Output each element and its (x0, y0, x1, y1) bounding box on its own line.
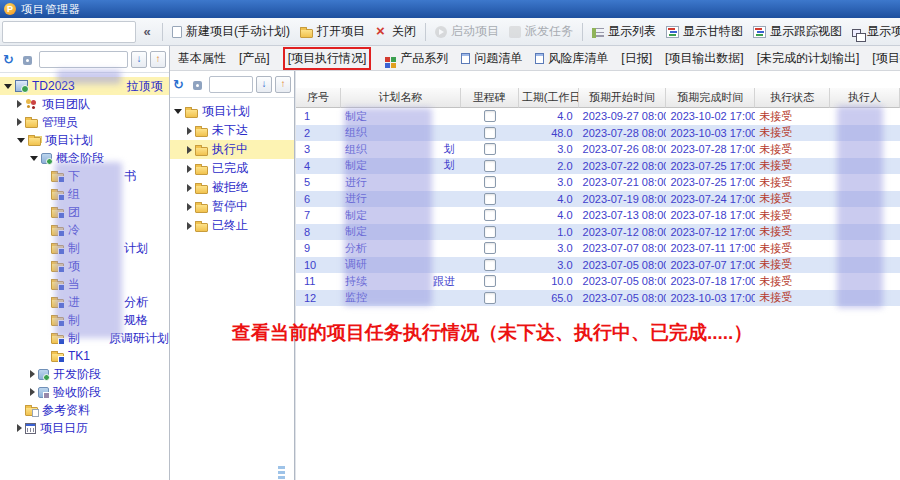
find-next-button[interactable]: ↓ (256, 76, 272, 93)
collapse-arrow-icon[interactable] (30, 156, 38, 161)
tab-6[interactable]: [日报] (621, 50, 652, 67)
table-row-4[interactable]: 4制定划2.02023-07-22 08:002023-07-25 17:00未… (296, 158, 900, 175)
collapse-button[interactable]: « (136, 24, 158, 39)
tree-item-7[interactable]: 团 (0, 203, 169, 221)
expand-arrow-icon[interactable] (17, 424, 22, 432)
settings-icon[interactable] (23, 56, 32, 65)
tree-item-14[interactable]: 制原调研计划 (0, 329, 169, 347)
column-header-start[interactable]: 预期开始时间 (579, 88, 667, 108)
dispatch-task-button[interactable]: 派发任务 (504, 21, 578, 42)
expand-arrow-icon[interactable] (17, 118, 22, 126)
table-row-3[interactable]: 3组织划3.02023-07-26 08:002023-07-28 17:00未… (296, 141, 900, 158)
milestone-checkbox[interactable] (484, 209, 496, 221)
milestone-checkbox[interactable] (484, 110, 496, 122)
milestone-checkbox[interactable] (484, 226, 496, 238)
column-header-num[interactable]: 序号 (296, 88, 341, 108)
tab-9[interactable]: [项目执行情况统计] (872, 50, 900, 67)
show-data-button[interactable]: 显示项目数据 (847, 21, 900, 42)
tree-item-3[interactable]: 项目计划 (0, 131, 169, 149)
tab-3[interactable]: 产品系列 (384, 50, 448, 67)
milestone-checkbox[interactable] (484, 242, 496, 254)
find-next-button[interactable]: ↓ (131, 51, 147, 68)
refresh-icon[interactable] (173, 78, 186, 91)
tree-item-0[interactable]: 项目计划 (170, 102, 294, 121)
tree-item-16[interactable]: 开发阶段 (0, 365, 169, 383)
tab-5[interactable]: 风险库清单 (535, 50, 608, 67)
tree-item-9[interactable]: 制计划 (0, 239, 169, 257)
milestone-checkbox[interactable] (484, 275, 496, 287)
tab-7[interactable]: [项目输出数据] (665, 50, 744, 67)
show-gantt-button[interactable]: 显示甘特图 (661, 21, 748, 42)
collapse-arrow-icon[interactable] (17, 138, 25, 143)
scrollbar-fragment[interactable] (278, 466, 285, 480)
milestone-checkbox[interactable] (484, 193, 496, 205)
expand-arrow-icon[interactable] (187, 127, 192, 135)
expand-arrow-icon[interactable] (187, 146, 192, 154)
collapse-arrow-icon[interactable] (174, 109, 182, 114)
tree-item-6[interactable]: 已终止 (170, 216, 294, 235)
tree-item-5[interactable]: 暂停中 (170, 197, 294, 216)
table-row-11[interactable]: 11持续跟进10.02023-07-05 08:002023-07-18 17:… (296, 273, 900, 290)
table-row-7[interactable]: 7制定4.02023-07-13 08:002023-07-18 17:00未接… (296, 207, 900, 224)
tree-item-6[interactable]: 组 (0, 185, 169, 203)
start-project-button[interactable]: 启动项目 (430, 21, 504, 42)
tree-item-11[interactable]: 当 (0, 275, 169, 293)
tree-item-17[interactable]: 验收阶段 (0, 383, 169, 401)
milestone-checkbox[interactable] (484, 143, 496, 155)
expand-arrow-icon[interactable] (187, 203, 192, 211)
find-prev-button[interactable]: ↑ (150, 51, 166, 68)
settings-icon[interactable] (193, 81, 202, 90)
tree-item-12[interactable]: 进分析 (0, 293, 169, 311)
tree-item-2[interactable]: 执行中 (170, 140, 294, 159)
tree-item-5[interactable]: 下书 (0, 167, 169, 185)
expand-arrow-icon[interactable] (30, 370, 35, 378)
tree-item-10[interactable]: 项 (0, 257, 169, 275)
tab-8[interactable]: [未完成的计划输出] (757, 50, 860, 67)
tab-1[interactable]: [产品] (239, 50, 270, 67)
tree-item-0[interactable]: TD2023拉顶项 (0, 77, 169, 95)
tree-item-1[interactable]: 未下达 (170, 121, 294, 140)
table-row-6[interactable]: 6进行4.02023-07-19 08:002023-07-24 17:00未接… (296, 191, 900, 208)
column-header-milestone[interactable]: 里程碑 (461, 88, 519, 108)
show-track-button[interactable]: 显示跟踪视图 (748, 21, 847, 42)
milestone-checkbox[interactable] (484, 292, 496, 304)
find-prev-button[interactable]: ↑ (275, 76, 291, 93)
refresh-icon[interactable] (3, 53, 16, 66)
column-header-status[interactable]: 执行状态 (755, 88, 830, 108)
table-row-8[interactable]: 8制定1.02023-07-12 08:002023-07-12 17:00未接… (296, 224, 900, 241)
project-combo-box[interactable] (2, 21, 136, 43)
tree-item-15[interactable]: TK1 (0, 347, 169, 365)
table-row-9[interactable]: 9分析3.02023-07-07 08:002023-07-11 17:00未接… (296, 240, 900, 257)
collapse-arrow-icon[interactable] (4, 84, 12, 89)
table-row-12[interactable]: 12监控65.02023-07-05 08:002023-10-03 17:00… (296, 290, 900, 307)
tree-item-1[interactable]: 项目团队 (0, 95, 169, 113)
plan-search-input[interactable] (209, 76, 253, 93)
expand-arrow-icon[interactable] (17, 100, 22, 108)
tree-item-19[interactable]: 项目日历 (0, 419, 169, 437)
show-list-button[interactable]: 显示列表 (587, 21, 661, 42)
close-button[interactable]: 关闭 (370, 21, 421, 42)
table-row-1[interactable]: 1制定4.02023-09-27 08:002023-10-02 17:00未接… (296, 108, 900, 125)
tree-item-13[interactable]: 制规格 (0, 311, 169, 329)
milestone-checkbox[interactable] (484, 176, 496, 188)
tree-item-18[interactable]: 参考资料 (0, 401, 169, 419)
tree-item-4[interactable]: 概念阶段 (0, 149, 169, 167)
tab-4[interactable]: 问题清单 (461, 50, 522, 67)
milestone-checkbox[interactable] (484, 127, 496, 139)
column-header-end[interactable]: 预期完成时间 (666, 88, 755, 108)
expand-arrow-icon[interactable] (30, 388, 35, 396)
tree-item-3[interactable]: 已完成 (170, 159, 294, 178)
table-row-2[interactable]: 2组织48.02023-07-28 08:002023-10-03 17:00未… (296, 125, 900, 142)
tree-item-8[interactable]: 冷 (0, 221, 169, 239)
expand-arrow-icon[interactable] (187, 222, 192, 230)
sidebar-search-input[interactable] (39, 51, 128, 68)
column-header-executor[interactable]: 执行人 (830, 88, 900, 108)
expand-arrow-icon[interactable] (187, 184, 192, 192)
milestone-checkbox[interactable] (484, 259, 496, 271)
new-project-button[interactable]: 新建项目(手动计划) (167, 21, 295, 42)
tree-item-4[interactable]: 被拒绝 (170, 178, 294, 197)
tree-item-2[interactable]: 管理员 (0, 113, 169, 131)
column-header-name[interactable]: 计划名称 (341, 88, 461, 108)
column-header-duration[interactable]: 工期(工作日) (519, 88, 579, 108)
open-project-button[interactable]: 打开项目 (295, 21, 370, 42)
